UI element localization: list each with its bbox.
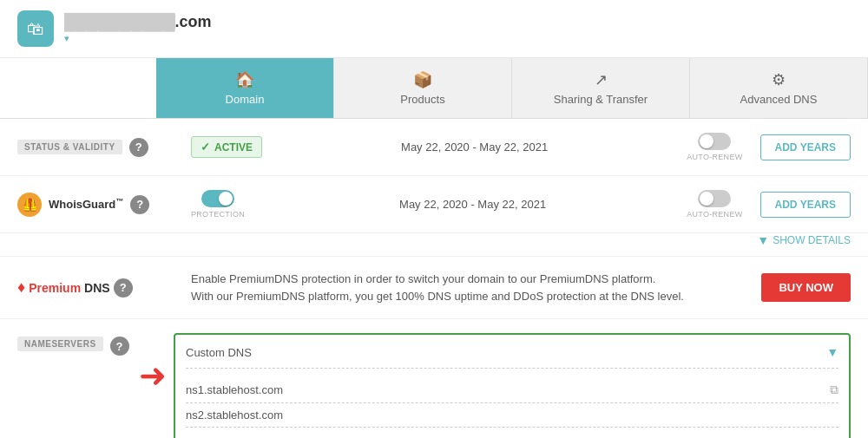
whoisguard-protection-area: PROTECTION xyxy=(191,190,245,219)
domain-blur: ██████████ xyxy=(64,13,175,30)
header: 🛍 ██████████.com ▾ xyxy=(0,0,868,58)
whoisguard-help-icon[interactable]: ? xyxy=(130,195,149,214)
show-details-text: SHOW DETAILS xyxy=(773,234,851,246)
home-icon: 🏠 xyxy=(235,70,254,89)
custom-dns-dropdown[interactable]: Custom DNS ▼ xyxy=(186,345,838,369)
red-arrow-container: ➜ xyxy=(139,359,167,392)
whoisguard-brand: WhoisGuard™ xyxy=(49,197,123,211)
premium-dns-desc-line2: With our PremiumDNS platform, you get 10… xyxy=(191,288,761,305)
show-details-link[interactable]: ▼ SHOW DETAILS xyxy=(757,233,851,247)
domain-name: ██████████.com xyxy=(64,13,212,31)
premium-dns-desc-line1: Enable PremiumDNS protection in order to… xyxy=(191,271,761,288)
dropdown-indicator[interactable]: ▾ xyxy=(64,33,212,44)
whoisguard-protection-toggle[interactable] xyxy=(201,190,234,207)
domain-name-area: ██████████.com ▾ xyxy=(64,13,212,44)
dropdown-arrow-icon: ▼ xyxy=(826,345,838,359)
premium-dns-logo-area: ♦ PremiumDNS ? xyxy=(17,278,191,297)
whoisguard-footer: ▼ SHOW DETAILS xyxy=(0,233,868,256)
status-date-range: May 22, 2020 - May 22, 2021 xyxy=(262,141,687,154)
status-help-icon[interactable]: ? xyxy=(129,138,148,157)
whoisguard-logo-area: 🦺 WhoisGuard™ ? xyxy=(17,193,191,217)
chevron-down-icon: ▼ xyxy=(757,233,769,247)
arrow-right-icon: ➜ xyxy=(139,359,167,392)
tab-products-label: Products xyxy=(400,93,444,106)
tabs-left-spacer xyxy=(0,58,156,119)
add-ns-icon: ⊕ xyxy=(186,435,197,438)
tabs-bar: 🏠 Domain 📦 Products ↗ Sharing & Transfer… xyxy=(0,58,868,119)
status-auto-renew-toggle[interactable] xyxy=(698,133,731,150)
premium-dns-help-icon[interactable]: ? xyxy=(114,278,133,297)
whoisguard-row: 🦺 WhoisGuard™ ? PROTECTION May 22, 2020 … xyxy=(0,176,868,233)
whoisguard-auto-renew-label: AUTO-RENEW xyxy=(687,210,742,219)
tabs-container: 🏠 Domain 📦 Products ↗ Sharing & Transfer… xyxy=(156,58,868,119)
premium-text: Premium xyxy=(29,281,81,295)
active-badge: ✓ ACTIVE xyxy=(191,136,262,158)
ns1-entry: ns1.stablehost.com ⧉ xyxy=(186,377,838,403)
dns-text: DNS xyxy=(84,281,110,295)
premium-dns-description: Enable PremiumDNS protection in order to… xyxy=(191,271,761,304)
ns2-text: ns2.stablehost.com xyxy=(186,409,838,422)
status-label-tag: STATUS & VALIDITY xyxy=(17,140,122,154)
buy-now-button[interactable]: BUY NOW xyxy=(761,273,851,302)
whoisguard-section: 🦺 WhoisGuard™ ? PROTECTION May 22, 2020 … xyxy=(0,176,868,257)
share-icon: ↗ xyxy=(595,70,608,89)
tab-advanced-dns[interactable]: ⚙ Advanced DNS xyxy=(690,58,868,118)
whoisguard-auto-renew-area: AUTO-RENEW xyxy=(687,190,742,219)
add-nameserver-link[interactable]: ⊕ ADD NAMESERVER xyxy=(186,435,838,438)
nameservers-content-box: Custom DNS ▼ ns1.stablehost.com ⧉ ns2.st… xyxy=(174,333,851,438)
whoisguard-tm: ™ xyxy=(115,197,123,206)
dns-icon: ⚙ xyxy=(772,70,786,89)
active-badge-text: ACTIVE xyxy=(214,141,253,154)
whoisguard-avatar: 🦺 xyxy=(17,193,42,217)
whoisguard-date-range: May 22, 2020 - May 22, 2021 xyxy=(259,198,687,211)
red-arrow-area: ➜ xyxy=(139,333,167,392)
ns2-entry: ns2.stablehost.com xyxy=(186,403,838,428)
status-row: STATUS & VALIDITY ? ✓ ACTIVE May 22, 202… xyxy=(0,119,868,176)
status-add-years-button[interactable]: ADD YEARS xyxy=(760,134,851,160)
tab-dns-label: Advanced DNS xyxy=(740,93,818,106)
whoisguard-add-years-button[interactable]: ADD YEARS xyxy=(760,192,851,218)
whoisguard-protection-label: PROTECTION xyxy=(191,210,245,219)
tab-domain-label: Domain xyxy=(226,93,265,106)
tab-sharing-label: Sharing & Transfer xyxy=(554,93,648,106)
whoisguard-auto-renew-toggle[interactable] xyxy=(698,190,731,207)
domain-tld: .com xyxy=(175,13,212,30)
store-icon: 🛍 xyxy=(17,10,54,47)
tab-sharing-transfer[interactable]: ↗ Sharing & Transfer xyxy=(512,58,690,118)
tab-products[interactable]: 📦 Products xyxy=(334,58,512,118)
whoisguard-text: WhoisGuard xyxy=(49,199,115,212)
status-auto-renew-area: AUTO-RENEW xyxy=(687,133,742,161)
nameservers-label-area: NAMESERVERS ? xyxy=(17,333,139,356)
tab-domain[interactable]: 🏠 Domain xyxy=(156,58,334,118)
box-icon: 📦 xyxy=(413,70,432,89)
status-label-area: STATUS & VALIDITY ? xyxy=(17,138,191,157)
page-wrapper: 🛍 ██████████.com ▾ 🏠 Domain 📦 Products ↗… xyxy=(0,0,868,438)
custom-dns-label: Custom DNS xyxy=(186,346,826,359)
nameservers-section: NAMESERVERS ? ➜ Custom DNS ▼ ns1.stableh… xyxy=(0,319,868,438)
diamond-icon: ♦ xyxy=(17,278,25,297)
ns1-text: ns1.stablehost.com xyxy=(186,383,830,396)
premium-dns-row: ♦ PremiumDNS ? Enable PremiumDNS protect… xyxy=(0,257,868,319)
status-auto-renew-label: AUTO-RENEW xyxy=(687,153,742,161)
ns1-copy-icon[interactable]: ⧉ xyxy=(830,382,838,397)
nameservers-help-icon[interactable]: ? xyxy=(110,337,129,356)
nameservers-label-tag: NAMESERVERS xyxy=(17,337,103,351)
check-icon: ✓ xyxy=(201,141,210,154)
